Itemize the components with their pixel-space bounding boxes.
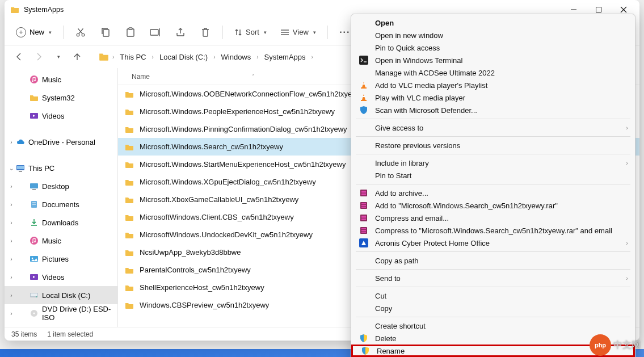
watermark-text: 中文网 — [613, 339, 641, 351]
menu-item[interactable]: Manage with ACDSee Ultimate 2022 — [351, 66, 635, 79]
recent-dropdown[interactable]: ▾ — [49, 48, 67, 66]
menu-item[interactable]: Add to VLC media player's Playlist — [351, 79, 635, 91]
menu-item[interactable]: Open in new window — [351, 29, 635, 41]
sidebar-item[interactable]: ›DVD Drive (D:) ESD-ISO — [5, 304, 117, 322]
menu-item[interactable]: Send to› — [351, 272, 635, 284]
sidebar-item-label: System32 — [42, 94, 75, 102]
menu-item-label: Add to VLC media player's Playlist — [375, 81, 487, 90]
back-button[interactable] — [10, 48, 28, 66]
menu-item[interactable]: Compress to "Microsoft.Windows.Search_cw… — [351, 224, 635, 237]
documents-icon — [30, 200, 39, 209]
svg-rect-25 — [32, 189, 36, 190]
watermark-logo: php — [590, 334, 611, 356]
copy-button[interactable] — [94, 22, 117, 43]
context-menu[interactable]: OpenOpen in new windowPin to Quick acces… — [351, 14, 635, 357]
menu-item[interactable]: Give access to› — [351, 121, 635, 134]
window-title: SystemApps — [24, 6, 64, 14]
svg-rect-61 — [361, 230, 366, 231]
chevron-right-icon[interactable]: › — [7, 139, 16, 145]
menu-item[interactable]: Open in Windows Terminal — [351, 54, 635, 66]
chevron-down-icon: ▾ — [313, 30, 316, 35]
pictures-icon — [30, 254, 39, 263]
sort-button[interactable]: Sort ▾ — [229, 24, 272, 40]
sidebar-item[interactable]: Music — [5, 70, 117, 89]
chevron-right-icon[interactable]: › — [7, 220, 16, 226]
menu-item[interactable]: Copy — [351, 302, 635, 314]
cut-button[interactable] — [69, 22, 92, 43]
chevron-right-icon[interactable]: › — [7, 201, 16, 208]
breadcrumb-item[interactable]: SystemApps — [262, 52, 308, 62]
sidebar-item[interactable]: System32 — [5, 89, 117, 107]
sidebar-item-onedrive[interactable]: ›OneDrive - Personal — [5, 133, 117, 151]
paste-button[interactable] — [119, 22, 142, 43]
chevron-right-icon[interactable]: › — [7, 292, 16, 299]
breadcrumb[interactable]: › This PC › Local Disk (C:) › Windows › … — [99, 52, 313, 62]
chevron-right-icon[interactable]: › — [7, 183, 16, 190]
chevron-right-icon[interactable]: › — [7, 310, 16, 317]
folder-icon — [10, 5, 19, 14]
folder-icon — [99, 52, 109, 62]
chevron-right-icon[interactable]: › — [7, 238, 16, 244]
up-button[interactable] — [68, 48, 86, 66]
share-button[interactable] — [169, 22, 192, 43]
view-button[interactable]: View ▾ — [275, 24, 322, 40]
chevron-right-icon[interactable]: › — [7, 256, 16, 262]
sidebar-item[interactable]: Videos — [5, 107, 117, 125]
svg-rect-10 — [129, 28, 132, 30]
breadcrumb-item[interactable]: Windows — [219, 52, 254, 62]
sidebar-item[interactable]: ›Local Disk (C:) — [5, 286, 117, 304]
chevron-right-icon[interactable]: › — [7, 274, 16, 280]
menu-item[interactable]: Play with VLC media player — [351, 91, 635, 104]
menu-item[interactable]: Compress and email... — [351, 212, 635, 224]
menu-separator — [356, 184, 630, 184]
menu-item[interactable]: Restore previous versions — [351, 139, 635, 152]
svg-point-31 — [32, 242, 33, 243]
svg-line-6 — [79, 28, 83, 33]
svg-rect-44 — [363, 83, 365, 85]
chevron-down-icon[interactable]: ⌄ — [7, 165, 16, 171]
sidebar-item[interactable]: ›Pictures — [5, 250, 117, 268]
menu-item[interactable]: Include in library› — [351, 157, 635, 169]
menu-item[interactable]: Create shortcut — [351, 320, 635, 332]
chevron-down-icon: ▾ — [264, 30, 267, 35]
sidebar-item[interactable]: ›Downloads — [5, 213, 117, 232]
new-button[interactable]: + New ▾ — [10, 24, 57, 41]
folder-name: Microsoft.Windows.StartMenuExperienceHos… — [140, 160, 346, 169]
menu-item-label: Add to archive... — [375, 189, 428, 198]
menu-separator — [356, 119, 630, 119]
menu-item[interactable]: Open — [351, 16, 635, 29]
sidebar-item-label: Pictures — [42, 255, 69, 263]
sort-indicator-icon: ˄ — [252, 74, 255, 79]
breadcrumb-item[interactable]: Local Disk (C:) — [157, 52, 210, 62]
sidebar[interactable]: MusicSystem32Videos›OneDrive - Personal⌄… — [5, 68, 118, 327]
sidebar-item[interactable]: ›Videos — [5, 268, 117, 286]
menu-item[interactable]: Add to archive... — [351, 187, 635, 199]
forward-button[interactable] — [30, 48, 48, 66]
breadcrumb-item[interactable]: This PC — [117, 52, 148, 62]
menu-item[interactable]: Scan with Microsoft Defender... — [351, 104, 635, 116]
sidebar-item-label: Music — [42, 237, 61, 245]
menu-item-label: Open — [375, 19, 394, 27]
sidebar-item[interactable]: ›Documents — [5, 195, 117, 213]
folder-icon — [125, 213, 134, 222]
pc-icon — [16, 163, 25, 173]
sidebar-item-label: DVD Drive (D:) ESD-ISO — [42, 305, 117, 322]
menu-item-label: Scan with Microsoft Defender... — [375, 106, 477, 115]
delete-button[interactable] — [194, 22, 217, 43]
sidebar-item[interactable]: ›Desktop — [5, 177, 117, 195]
menu-item[interactable]: Pin to Start — [351, 169, 635, 182]
menu-item[interactable]: Add to "Microsoft.Windows.Search_cw5n1h2… — [351, 199, 635, 212]
sidebar-item[interactable]: ›Music — [5, 232, 117, 250]
rar-icon — [359, 201, 368, 210]
sidebar-item-thispc[interactable]: ⌄This PC — [5, 159, 117, 177]
video-icon — [30, 272, 39, 282]
menu-item[interactable]: Acronis Cyber Protect Home Office› — [351, 237, 635, 249]
menu-item-label: Compress to "Microsoft.Windows.Search_cw… — [375, 226, 612, 235]
column-name[interactable]: Name — [132, 73, 150, 81]
rename-button[interactable] — [144, 22, 167, 43]
menu-item[interactable]: Copy as path — [351, 254, 635, 267]
menu-item[interactable]: Pin to Quick access — [351, 41, 635, 54]
menu-item-label: Delete — [375, 334, 397, 343]
menu-item[interactable]: Cut — [351, 289, 635, 302]
menu-item-label: Open in new window — [375, 31, 443, 40]
